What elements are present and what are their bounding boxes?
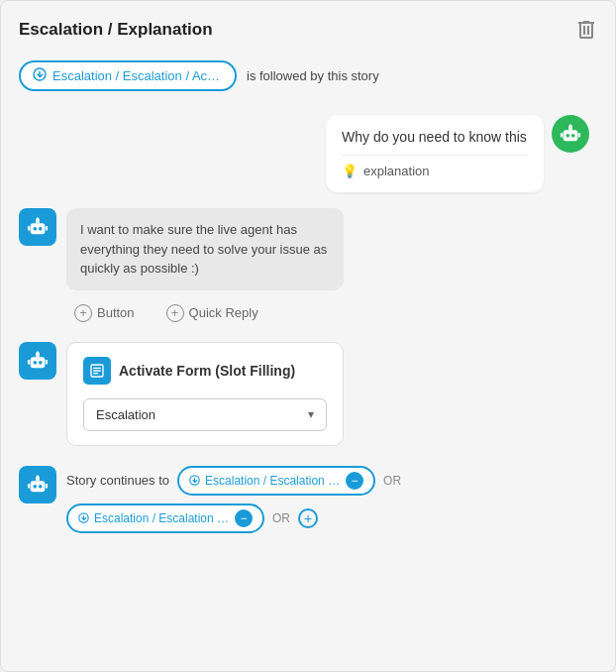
add-button-icon: + (74, 304, 92, 322)
svg-rect-28 (46, 484, 48, 489)
add-quick-reply-icon: + (166, 304, 184, 322)
svg-point-16 (39, 361, 43, 365)
form-card-header: Activate Form (Slot Filling) (83, 357, 327, 385)
svg-point-18 (37, 351, 40, 354)
chat-message: Why do you need to know this (342, 129, 528, 145)
bot-avatar-2 (19, 342, 56, 380)
chevron-down-icon: ▾ (308, 407, 314, 421)
story-badge-2-text: Escalation / Escalation / Can... (94, 511, 230, 525)
svg-point-2 (571, 134, 575, 138)
add-button-btn[interactable]: + Button (66, 300, 143, 326)
trigger-row: Escalation / Escalation / Acti... is fol… (19, 60, 597, 91)
trigger-badge[interactable]: Escalation / Escalation / Acti... (19, 60, 237, 91)
svg-rect-13 (46, 226, 48, 231)
bot-content: I want to make sure the live agent has e… (66, 208, 597, 326)
remove-story-2-button[interactable]: − (235, 509, 253, 527)
story-continues-label: Story continues to (66, 473, 169, 488)
story-badge-1-text: Escalation / Escalation / Sub... (205, 474, 341, 488)
button-label: Button (97, 305, 135, 320)
remove-story-1-button[interactable]: − (346, 472, 363, 490)
add-quick-reply-btn[interactable]: + Quick Reply (158, 300, 266, 326)
card-header: Escalation / Explanation (19, 19, 597, 41)
bot-bubble: I want to make sure the live agent has e… (66, 208, 344, 290)
story-section-wrapper: Story continues to Escalation / Escalati… (19, 466, 597, 533)
svg-point-15 (33, 361, 37, 365)
trigger-badge-text: Escalation / Escalation / Acti... (52, 68, 223, 83)
form-select[interactable]: Escalation ▾ (83, 398, 327, 431)
svg-point-23 (33, 485, 37, 489)
quick-reply-label: Quick Reply (189, 305, 258, 320)
main-card: Escalation / Explanation Escalation / Es… (0, 0, 616, 672)
lightbulb-icon: 💡 (342, 164, 358, 178)
add-story-button[interactable]: + (298, 508, 318, 528)
chat-bubble: Why do you need to know this 💡 explanati… (326, 115, 544, 192)
svg-point-8 (33, 227, 37, 231)
svg-rect-5 (561, 133, 563, 138)
form-section: Activate Form (Slot Filling) Escalation … (19, 342, 597, 446)
svg-point-9 (39, 227, 43, 231)
form-card: Activate Form (Slot Filling) Escalation … (66, 342, 344, 446)
delete-button[interactable] (575, 19, 597, 41)
svg-rect-22 (31, 481, 46, 492)
svg-point-1 (565, 134, 569, 138)
svg-point-24 (39, 485, 43, 489)
chat-bubble-wrapper: Why do you need to know this 💡 explanati… (326, 115, 589, 192)
svg-rect-20 (46, 360, 48, 365)
form-select-value: Escalation (96, 407, 155, 422)
bot-avatar-1 (19, 208, 56, 246)
story-row-1: Story continues to Escalation / Escalati… (66, 466, 597, 496)
form-icon (83, 357, 111, 385)
bot-avatar-3 (19, 466, 56, 504)
trigger-followed-text: is followed by this story (247, 68, 379, 83)
story-row-2: Escalation / Escalation / Can... − OR + (66, 504, 597, 533)
bot-message-section: I want to make sure the live agent has e… (19, 208, 597, 326)
svg-rect-27 (28, 484, 30, 489)
bot-icon-green (552, 115, 589, 153)
svg-rect-0 (564, 130, 578, 141)
or-label-1: OR (383, 474, 401, 488)
trigger-arrow-icon (33, 67, 47, 84)
svg-rect-7 (31, 223, 46, 234)
story-badge-2[interactable]: Escalation / Escalation / Can... − (66, 504, 264, 533)
svg-rect-14 (31, 357, 46, 368)
chat-section: Why do you need to know this 💡 explanati… (19, 115, 597, 192)
svg-point-26 (37, 475, 40, 478)
story-continues-section: Story continues to Escalation / Escalati… (66, 466, 597, 533)
svg-rect-6 (578, 133, 580, 138)
svg-rect-12 (28, 226, 30, 231)
explanation-label: explanation (363, 164, 430, 178)
action-row: + Button + Quick Reply (66, 300, 597, 326)
or-label-2: OR (272, 511, 290, 525)
svg-point-4 (569, 124, 572, 127)
story-badge-1[interactable]: Escalation / Escalation / Sub... − (177, 466, 375, 496)
page-title: Escalation / Explanation (19, 20, 213, 40)
svg-rect-19 (28, 360, 30, 365)
svg-point-11 (37, 217, 40, 220)
explanation-row: 💡 explanation (342, 155, 528, 178)
form-title: Activate Form (Slot Filling) (119, 363, 295, 379)
